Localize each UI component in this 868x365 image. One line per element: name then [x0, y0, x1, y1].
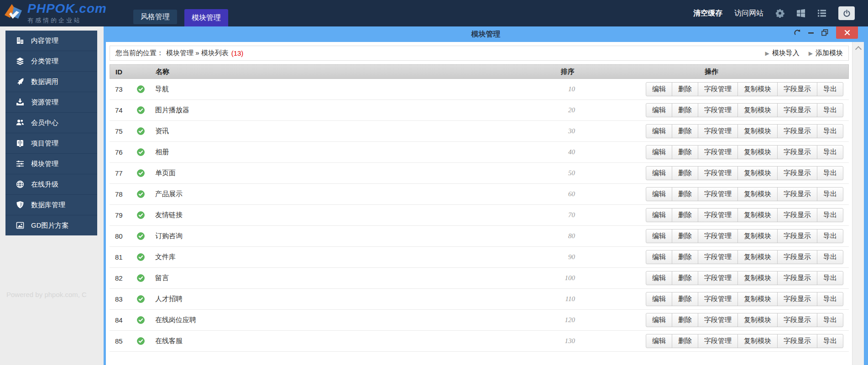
row-copy-module-button[interactable]: 复制模块: [737, 82, 778, 96]
row-field-display-button[interactable]: 字段显示: [777, 334, 817, 348]
scrollbar[interactable]: [852, 42, 864, 365]
row-field-manage-button[interactable]: 字段管理: [698, 334, 738, 348]
row-export-button[interactable]: 导出: [817, 208, 843, 222]
row-field-display-button[interactable]: 字段显示: [777, 82, 817, 96]
row-export-button[interactable]: 导出: [817, 313, 843, 327]
row-field-display-button[interactable]: 字段显示: [777, 229, 817, 243]
sidebar-item-resource[interactable]: 资源管理: [5, 92, 97, 112]
row-field-display-button[interactable]: 字段显示: [777, 208, 817, 222]
row-edit-button[interactable]: 编辑: [646, 124, 672, 138]
visit-site-link[interactable]: 访问网站: [734, 9, 763, 18]
row-copy-module-button[interactable]: 复制模块: [737, 124, 778, 138]
sidebar-item-data-call[interactable]: 数据调用: [5, 71, 97, 92]
row-delete-button[interactable]: 删除: [672, 103, 698, 117]
row-field-manage-button[interactable]: 字段管理: [698, 166, 738, 180]
clear-cache-link[interactable]: 清空缓存: [693, 9, 722, 18]
row-field-manage-button[interactable]: 字段管理: [698, 313, 738, 327]
row-delete-button[interactable]: 删除: [672, 313, 698, 327]
row-edit-button[interactable]: 编辑: [646, 250, 672, 264]
row-field-display-button[interactable]: 字段显示: [777, 250, 817, 264]
row-export-button[interactable]: 导出: [817, 145, 843, 159]
row-field-display-button[interactable]: 字段显示: [777, 145, 817, 159]
row-export-button[interactable]: 导出: [817, 334, 843, 348]
row-edit-button[interactable]: 编辑: [646, 82, 672, 96]
row-field-display-button[interactable]: 字段显示: [777, 103, 817, 117]
row-export-button[interactable]: 导出: [817, 124, 843, 138]
row-export-button[interactable]: 导出: [817, 187, 843, 201]
windows-icon[interactable]: [796, 9, 805, 18]
row-copy-module-button[interactable]: 复制模块: [737, 166, 778, 180]
row-field-display-button[interactable]: 字段显示: [777, 292, 817, 306]
sidebar-item-content[interactable]: 内容管理: [5, 31, 97, 51]
row-field-manage-button[interactable]: 字段管理: [698, 271, 738, 285]
gear-icon[interactable]: [775, 9, 784, 18]
row-edit-button[interactable]: 编辑: [646, 313, 672, 327]
row-export-button[interactable]: 导出: [817, 250, 843, 264]
row-edit-button[interactable]: 编辑: [646, 334, 672, 348]
row-field-manage-button[interactable]: 字段管理: [698, 145, 738, 159]
row-delete-button[interactable]: 删除: [672, 187, 698, 201]
row-field-display-button[interactable]: 字段显示: [777, 187, 817, 201]
row-field-display-button[interactable]: 字段显示: [777, 313, 817, 327]
sidebar-item-project[interactable]: 项目管理: [5, 133, 97, 153]
row-copy-module-button[interactable]: 复制模块: [737, 250, 778, 264]
minimize-icon[interactable]: [808, 32, 814, 34]
row-field-manage-button[interactable]: 字段管理: [698, 82, 738, 96]
row-copy-module-button[interactable]: 复制模块: [737, 313, 778, 327]
row-edit-button[interactable]: 编辑: [646, 292, 672, 306]
row-edit-button[interactable]: 编辑: [646, 208, 672, 222]
sidebar-item-category[interactable]: 分类管理: [5, 51, 97, 71]
module-import-button[interactable]: ▶ 模块导入: [765, 49, 800, 57]
sidebar-item-upgrade[interactable]: 在线升级: [5, 174, 97, 194]
row-field-display-button[interactable]: 字段显示: [777, 124, 817, 138]
row-delete-button[interactable]: 删除: [672, 166, 698, 180]
restore-icon[interactable]: [821, 29, 828, 36]
tab-module-management[interactable]: 模块管理: [184, 9, 228, 26]
row-field-manage-button[interactable]: 字段管理: [698, 229, 738, 243]
refresh-icon[interactable]: [794, 29, 800, 36]
row-export-button[interactable]: 导出: [817, 166, 843, 180]
list-icon[interactable]: [817, 9, 826, 18]
row-delete-button[interactable]: 删除: [672, 145, 698, 159]
row-edit-button[interactable]: 编辑: [646, 166, 672, 180]
row-delete-button[interactable]: 删除: [672, 250, 698, 264]
row-delete-button[interactable]: 删除: [672, 292, 698, 306]
row-field-manage-button[interactable]: 字段管理: [698, 187, 738, 201]
row-export-button[interactable]: 导出: [817, 82, 843, 96]
row-copy-module-button[interactable]: 复制模块: [737, 334, 778, 348]
sidebar-item-gd-image[interactable]: GD图片方案: [5, 215, 97, 235]
row-export-button[interactable]: 导出: [817, 292, 843, 306]
sidebar-item-database[interactable]: 数据库管理: [5, 194, 97, 215]
row-field-manage-button[interactable]: 字段管理: [698, 103, 738, 117]
row-delete-button[interactable]: 删除: [672, 124, 698, 138]
sidebar-item-member[interactable]: 会员中心: [5, 112, 97, 133]
row-copy-module-button[interactable]: 复制模块: [737, 229, 778, 243]
row-edit-button[interactable]: 编辑: [646, 271, 672, 285]
add-module-button[interactable]: ▶ 添加模块: [809, 49, 843, 57]
row-field-manage-button[interactable]: 字段管理: [698, 208, 738, 222]
tab-style-management[interactable]: 风格管理: [133, 10, 177, 24]
row-delete-button[interactable]: 删除: [672, 271, 698, 285]
sidebar-item-module[interactable]: 模块管理: [5, 153, 97, 174]
row-edit-button[interactable]: 编辑: [646, 145, 672, 159]
row-export-button[interactable]: 导出: [817, 271, 843, 285]
row-edit-button[interactable]: 编辑: [646, 187, 672, 201]
row-delete-button[interactable]: 删除: [672, 82, 698, 96]
row-copy-module-button[interactable]: 复制模块: [737, 187, 778, 201]
row-delete-button[interactable]: 删除: [672, 334, 698, 348]
row-copy-module-button[interactable]: 复制模块: [737, 292, 778, 306]
row-edit-button[interactable]: 编辑: [646, 103, 672, 117]
row-copy-module-button[interactable]: 复制模块: [737, 271, 778, 285]
row-copy-module-button[interactable]: 复制模块: [737, 145, 778, 159]
row-field-manage-button[interactable]: 字段管理: [698, 250, 738, 264]
row-field-manage-button[interactable]: 字段管理: [698, 124, 738, 138]
scroll-up-arrow[interactable]: [855, 46, 861, 52]
row-delete-button[interactable]: 删除: [672, 208, 698, 222]
row-field-manage-button[interactable]: 字段管理: [698, 292, 738, 306]
row-export-button[interactable]: 导出: [817, 103, 843, 117]
row-delete-button[interactable]: 删除: [672, 229, 698, 243]
close-button[interactable]: [836, 26, 858, 39]
row-copy-module-button[interactable]: 复制模块: [737, 103, 778, 117]
row-edit-button[interactable]: 编辑: [646, 229, 672, 243]
row-field-display-button[interactable]: 字段显示: [777, 271, 817, 285]
